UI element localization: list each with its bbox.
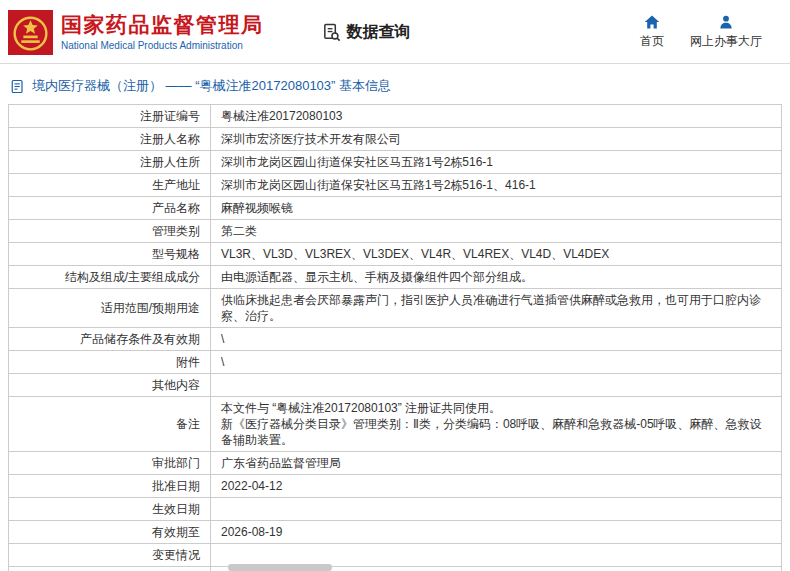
data-query-title: 数据查询	[322, 22, 411, 43]
table-row: 适用范围/预期用途 供临床挑起患者会厌部暴露声门，指引医护人员准确进行气道插管供…	[9, 289, 782, 328]
breadcrumb: 境内医疗器械（注册） —— “粤械注准20172080103” 基本信息	[10, 77, 780, 95]
field-label: 注册证编号	[9, 105, 211, 128]
table-row: 备注 本文件与 “粤械注准20172080103” 注册证共同使用。 新《医疗器…	[9, 397, 782, 452]
data-query-icon	[322, 23, 341, 42]
field-label: 变更情况	[9, 544, 211, 567]
field-value: \	[211, 351, 782, 374]
field-label: 适用范围/预期用途	[9, 289, 211, 328]
nav-item-home[interactable]: 首页	[640, 14, 664, 50]
header: 国家药品监督管理局 National Medical Products Admi…	[0, 0, 790, 63]
person-icon	[718, 14, 734, 30]
header-nav: 首页 网上办事大厅	[640, 14, 762, 50]
table-row: 型号规格 VL3R、VL3D、VL3REX、VL3DEX、VL4R、VL4REX…	[9, 243, 782, 266]
national-emblem-icon	[8, 10, 53, 55]
table-row: ●注 详情	[9, 567, 782, 571]
table-row: 注册人名称 深圳市宏济医疗技术开发有限公司	[9, 128, 782, 151]
field-value	[211, 498, 782, 521]
field-label: 附件	[9, 351, 211, 374]
field-label: 生产地址	[9, 174, 211, 197]
field-value: 供临床挑起患者会厌部暴露声门，指引医护人员准确进行气道插管供麻醉或急救用，也可用…	[211, 289, 782, 328]
table-row: 审批部门 广东省药品监督管理局	[9, 452, 782, 475]
field-label: 产品储存条件及有效期	[9, 328, 211, 351]
field-label: 结构及组成/主要组成成分	[9, 266, 211, 289]
field-label: 生效日期	[9, 498, 211, 521]
registration-info-table: 注册证编号 粤械注准20172080103 注册人名称 深圳市宏济医疗技术开发有…	[8, 104, 782, 571]
table-row: 结构及组成/主要组成成分 由电源适配器、显示主机、手柄及摄像组件四个部分组成。	[9, 266, 782, 289]
field-label: 管理类别	[9, 220, 211, 243]
header-divider	[0, 63, 790, 64]
field-value	[211, 374, 782, 397]
field-label: 注册人住所	[9, 151, 211, 174]
table-row: 产品储存条件及有效期 \	[9, 328, 782, 351]
field-value: 麻醉视频喉镜	[211, 197, 782, 220]
horizontal-scrollbar-thumb[interactable]	[228, 564, 332, 571]
field-label: 注册人名称	[9, 128, 211, 151]
table-row: 生产地址 深圳市龙岗区园山街道保安社区马五路1号2栋516-1、416-1	[9, 174, 782, 197]
table-row: 附件 \	[9, 351, 782, 374]
nav-service-hall-label: 网上办事大厅	[690, 33, 762, 50]
table-row: 管理类别 第二类	[9, 220, 782, 243]
field-value: 第二类	[211, 220, 782, 243]
field-value: 本文件与 “粤械注准20172080103” 注册证共同使用。 新《医疗器械分类…	[211, 397, 782, 452]
field-label: 批准日期	[9, 475, 211, 498]
document-icon	[10, 79, 25, 94]
field-value: 深圳市龙岗区园山街道保安社区马五路1号2栋516-1、416-1	[211, 174, 782, 197]
field-value: \	[211, 328, 782, 351]
table-row: 其他内容	[9, 374, 782, 397]
page: 国家药品监督管理局 National Medical Products Admi…	[0, 0, 790, 571]
field-label: 有效期至	[9, 521, 211, 544]
nav-home-label: 首页	[640, 33, 664, 50]
table-row: 有效期至 2026-08-19	[9, 521, 782, 544]
field-value: 2022-04-12	[211, 475, 782, 498]
agency-name-en: National Medical Products Administration	[61, 40, 264, 51]
field-value: 深圳市龙岗区园山街道保安社区马五路1号2栋516-1	[211, 151, 782, 174]
table-row: 注册证编号 粤械注准20172080103	[9, 105, 782, 128]
home-icon	[644, 14, 660, 30]
data-query-label: 数据查询	[347, 22, 411, 43]
field-label: ●注	[9, 567, 211, 571]
field-value: VL3R、VL3D、VL3REX、VL3DEX、VL4R、VL4REX、VL4D…	[211, 243, 782, 266]
table-row: 变更情况	[9, 544, 782, 567]
field-value: 广东省药品监督管理局	[211, 452, 782, 475]
table-row: 注册人住所 深圳市龙岗区园山街道保安社区马五路1号2栋516-1	[9, 151, 782, 174]
table-row: 批准日期 2022-04-12	[9, 475, 782, 498]
agency-name: 国家药品监督管理局	[61, 13, 264, 36]
breadcrumb-text: 境内医疗器械（注册） —— “粤械注准20172080103” 基本信息	[32, 77, 391, 95]
field-value: 粤械注准20172080103	[211, 105, 782, 128]
table-row: 生效日期	[9, 498, 782, 521]
nav-item-service-hall[interactable]: 网上办事大厅	[690, 14, 762, 50]
agency-title-block: 国家药品监督管理局 National Medical Products Admi…	[61, 13, 264, 50]
field-label: 型号规格	[9, 243, 211, 266]
table-row: 产品名称 麻醉视频喉镜	[9, 197, 782, 220]
field-label: 备注	[9, 397, 211, 452]
field-value: 2026-08-19	[211, 521, 782, 544]
field-label: 产品名称	[9, 197, 211, 220]
field-label: 其他内容	[9, 374, 211, 397]
field-label: 审批部门	[9, 452, 211, 475]
field-value: 深圳市宏济医疗技术开发有限公司	[211, 128, 782, 151]
field-value: 由电源适配器、显示主机、手柄及摄像组件四个部分组成。	[211, 266, 782, 289]
